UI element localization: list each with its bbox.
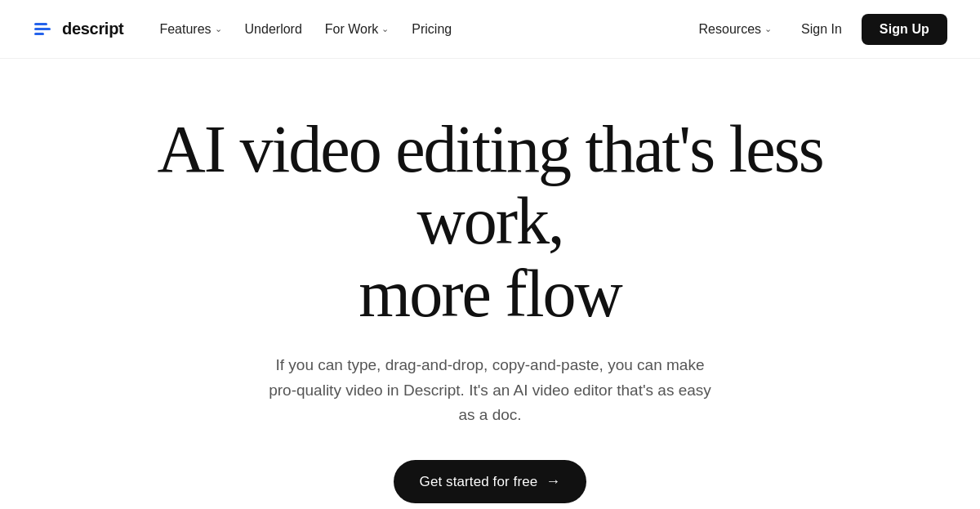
features-chevron-icon: ⌄	[215, 24, 222, 34]
cta-arrow-icon: →	[546, 473, 560, 490]
svg-rect-0	[34, 23, 47, 25]
sign-up-button[interactable]: Sign Up	[862, 14, 947, 45]
hero-subtitle: If you can type, drag-and-drop, copy-and…	[261, 353, 719, 427]
get-started-button[interactable]: Get started for free →	[394, 460, 587, 503]
for-work-chevron-icon: ⌄	[381, 24, 389, 34]
cta-label: Get started for free	[420, 474, 538, 490]
logo-text: descript	[62, 20, 123, 38]
nav-features[interactable]: Features ⌄	[149, 16, 231, 43]
nav-right: Resources ⌄ Sign In Sign Up	[689, 14, 947, 45]
hero-section: AI video editing that's less work, more …	[0, 59, 980, 509]
nav-pricing[interactable]: Pricing	[402, 16, 461, 43]
navbar: descript Features ⌄ Underlord For Work ⌄…	[0, 0, 980, 59]
svg-rect-2	[34, 33, 44, 35]
resources-chevron-icon: ⌄	[764, 24, 772, 34]
nav-underlord[interactable]: Underlord	[235, 16, 312, 43]
nav-resources[interactable]: Resources ⌄	[689, 16, 782, 43]
nav-sign-in[interactable]: Sign In	[788, 16, 855, 43]
nav-links: Features ⌄ Underlord For Work ⌄ Pricing	[149, 16, 461, 43]
logo[interactable]: descript	[33, 18, 123, 41]
hero-title: AI video editing that's less work, more …	[122, 114, 858, 331]
svg-rect-1	[34, 28, 51, 30]
nav-for-work[interactable]: For Work ⌄	[315, 16, 399, 43]
descript-logo-icon	[33, 18, 56, 41]
nav-left: descript Features ⌄ Underlord For Work ⌄…	[33, 16, 461, 43]
